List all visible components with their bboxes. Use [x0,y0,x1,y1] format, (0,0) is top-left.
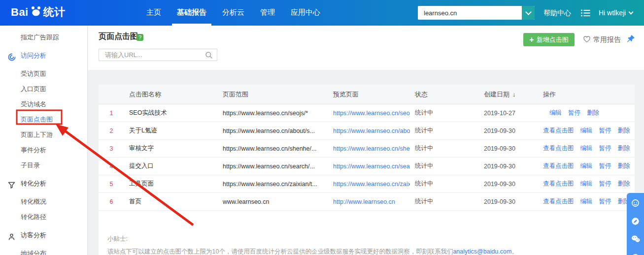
nav-basic-reports[interactable]: 基础报告 [169,0,214,26]
nav-analytics-cloud[interactable]: 分析云 [214,0,252,26]
delete-link[interactable]: 删除 [618,144,630,153]
url-search-box [99,49,217,61]
chevron-down-icon [629,10,634,15]
edit-link[interactable]: 编辑 [549,109,562,117]
preview-link[interactable]: https://www.learnseo.cn/shenhe/... [333,145,410,152]
edit-link[interactable]: 编辑 [580,144,593,153]
col-date-label: 创建日期 [484,91,509,98]
pause-link[interactable]: 暂停 [599,144,611,153]
col-actions-label: 操作 [543,90,556,99]
delete-link[interactable]: 删除 [587,109,599,117]
delete-link[interactable]: 删除 [618,162,630,170]
created-date: 2019-09-30 [479,163,538,170]
page-range: https://www.learnseo.cn/search/... [218,163,328,170]
wechat-icon[interactable] [631,235,641,245]
sidebar-item-label: 访问分析 [21,52,46,59]
pause-link[interactable]: 暂停 [599,197,611,206]
sidebar-item-entry-pages[interactable]: 入口页面 [0,81,87,96]
add-clickmap-button[interactable]: + 新增点击图 [523,33,575,46]
edit-link[interactable]: 编辑 [580,180,593,188]
view-clickmap-link[interactable]: 查看点击图 [543,197,574,206]
sidebar-item-conversion-path[interactable]: 转化路径 [0,209,87,224]
view-clickmap-link[interactable]: 查看点击图 [543,180,574,188]
created-date: 2019-09-30 [479,145,538,152]
nav-manage[interactable]: 管理 [252,0,283,26]
status-text: 统计中 [410,109,479,117]
top-navigation-bar: Bai 统计 主页 基础报告 分析云 管理 应用中心 learnseo.cn 帮… [0,0,644,26]
row-number: 4 [99,163,124,170]
clickmap-name: 关于L氪迹 [124,127,218,135]
tips-suffix: 。 [511,248,518,255]
created-date: 2019-09-30 [479,181,538,188]
delete-link[interactable]: 删除 [618,127,630,135]
preview-link[interactable]: https://www.learnseo.cn/about/s... [333,128,410,134]
view-clickmap-link[interactable]: 查看点击图 [543,127,574,135]
sidebar-section-visit-analysis[interactable]: 访问分析 [0,48,87,63]
pause-link[interactable]: 暂停 [599,162,611,170]
status-text: 统计中 [410,197,479,206]
tips-line: 该站点下可以建立的点击图个数上限为10个，请使用百度统计分析云提供的企业级数据服… [107,245,518,255]
sidebar-section-conversion-analysis[interactable]: 转化分析 [0,176,87,191]
help-badge-icon[interactable]: ? [136,34,143,41]
favorite-reports-button[interactable]: 常用报告 [583,35,621,44]
sidebar-item-subdirectory[interactable]: 子目录 [0,158,87,173]
user-menu[interactable]: Hi wtlkeji [599,0,633,26]
pause-link[interactable]: 暂停 [568,109,580,117]
tips-block: 小贴士: 该站点下可以建立的点击图个数上限为10个，请使用百度统计分析云提供的企… [107,232,518,255]
clickmap-name: 审核文字 [124,144,218,153]
sidebar-item-conversion-overview[interactable]: 转化概况 [0,194,87,209]
pause-link[interactable]: 暂停 [599,180,611,188]
pin-icon[interactable] [626,34,635,45]
url-search-input[interactable] [99,49,203,61]
site-selector-dropdown-button[interactable] [522,6,535,20]
sort-descending-icon[interactable]: ↓ [512,91,516,98]
sidebar-item-page-clickmap[interactable]: 页面点击图 [0,112,87,127]
col-status: 状态 [410,90,479,99]
sidebar-item-visited-pages[interactable]: 受访页面 [0,66,87,81]
feedback-icon[interactable] [631,217,640,227]
edit-link[interactable]: 编辑 [580,197,593,206]
help-center-link[interactable]: 帮助中心 [543,0,571,26]
table-row: 1 SEO实战技术 https://www.learnseo.cn/seojs/… [99,104,635,122]
delete-link[interactable]: 删除 [618,180,630,188]
sidebar-item-page-updown-stream[interactable]: 页面上下游 [0,127,87,142]
sidebar-item-ad-tracking[interactable]: 指定广告跟踪 [0,30,87,45]
site-selector[interactable]: learnseo.cn [418,6,535,20]
view-clickmap-link[interactable]: 查看点击图 [543,144,574,153]
page-range: www.learnseo.cn [218,198,328,205]
pause-link[interactable]: 暂停 [599,127,611,135]
sidebar-item-label: 访客分析 [21,231,46,239]
preview-link[interactable]: https://www.learnseo.cn/seojs/ [333,110,410,117]
preview-link[interactable]: http://www.learnseo.cn [333,198,395,205]
phone-icon[interactable] [631,253,640,255]
sidebar-section-visitor-analysis[interactable]: 访客分析 [0,227,87,243]
contact-email-link[interactable]: analytics@baidu.com [453,248,511,255]
search-icon[interactable] [205,51,213,61]
row-number: 1 [99,110,124,117]
col-actions: 操作 [538,90,635,99]
edit-link[interactable]: 编辑 [580,162,593,170]
preview-link[interactable]: https://www.learnseo.cn/search/... [333,163,410,170]
customer-service-icon[interactable] [631,198,640,209]
created-date: 2019-09-30 [479,198,538,205]
toolbar-strip [88,26,644,70]
created-date: 2019-09-30 [479,128,538,134]
logo-text-tongji: 统计 [43,5,66,20]
nav-app-center[interactable]: 应用中心 [283,0,328,26]
nav-home[interactable]: 主页 [138,0,169,26]
clickmap-name: 工具页面 [124,180,218,188]
sidebar-item-event-analysis[interactable]: 事件分析 [0,142,87,158]
page-range: https://www.learnseo.cn/shenhe/... [218,145,328,152]
clickmap-name: SEO实战技术 [124,109,218,117]
edit-link[interactable]: 编辑 [580,127,593,135]
col-preview: 预览页面 [328,90,410,99]
col-date: 创建日期↓ [479,90,538,99]
sidebar-item-visited-domains[interactable]: 受访域名 [0,96,87,112]
view-clickmap-link[interactable]: 查看点击图 [543,162,574,170]
tips-text: 该站点下可以建立的点击图个数上限为10个，请使用百度统计分析云提供的企业级数据服… [107,248,453,255]
baidu-tongji-logo[interactable]: Bai 统计 [11,4,66,20]
preview-link[interactable]: https://www.learnseo.cn/zaixian/t... [333,181,410,188]
sidebar-item-region-distribution[interactable]: 地域分布 [0,246,87,255]
site-selector-value: learnseo.cn [418,9,522,17]
report-list-icon[interactable] [581,9,590,18]
